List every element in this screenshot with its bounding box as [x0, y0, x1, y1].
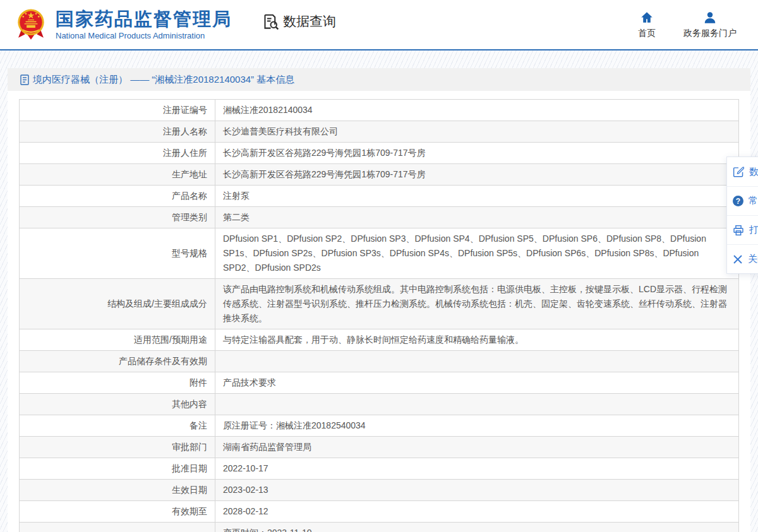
close-icon	[733, 254, 743, 264]
tool-close[interactable]: 关闭	[727, 244, 758, 273]
tool-label: 常见	[749, 195, 758, 207]
row-label: 生效日期	[20, 480, 215, 501]
row-value: 变更时间：2023-11-10	[215, 523, 739, 532]
row-label: 结构及组成/主要组成成分	[20, 279, 215, 329]
info-table: 注册证编号湘械注准20182140034 注册人名称长沙迪普美医疗科技有限公司 …	[19, 99, 739, 532]
table-row: 注册证编号湘械注准20182140034	[20, 100, 739, 121]
row-label: 产品名称	[20, 186, 215, 207]
table-row: 结构及组成/主要组成成分该产品由电路控制系统和机械传动系统组成。其中电路控制系统…	[20, 279, 739, 329]
row-label: 变更情况	[20, 523, 215, 532]
row-value: 第二类	[215, 207, 739, 228]
tool-label: 打印	[749, 224, 758, 236]
row-value: DPfusion SP1、DPfusion SP2、DPfusion SP3、D…	[215, 228, 739, 279]
tool-label: 关闭	[748, 253, 758, 265]
table-row: 变更情况变更时间：2023-11-10	[20, 523, 739, 532]
home-icon	[640, 11, 654, 25]
row-value: 湖南省药品监督管理局	[215, 437, 739, 458]
tool-faq[interactable]: ? 常见	[727, 186, 758, 215]
content-panel: 境内医疗器械（注册） —— “湘械注准20182140034” 基本信息 注册证…	[8, 68, 750, 532]
table-row: 生效日期2023-02-13	[20, 480, 739, 501]
row-label: 备注	[20, 415, 215, 437]
nav-portal-label: 政务服务门户	[683, 28, 737, 39]
row-label: 注册人住所	[20, 143, 215, 164]
row-value: 2022-10-17	[215, 458, 739, 480]
row-label: 注册证编号	[20, 100, 215, 121]
data-query-label: 数据查询	[283, 13, 336, 30]
question-icon: ?	[733, 196, 743, 206]
header-nav: 首页 政务服务门户	[638, 11, 737, 39]
table-row: 批准日期2022-10-17	[20, 458, 739, 480]
national-emblem-icon	[16, 8, 45, 42]
row-label: 适用范围/预期用途	[20, 329, 215, 351]
document-icon	[20, 74, 29, 85]
row-value: 湘械注准20182140034	[215, 100, 739, 121]
row-label: 产品储存条件及有效期	[20, 351, 215, 372]
row-label: 注册人名称	[20, 121, 215, 143]
row-label: 批准日期	[20, 458, 215, 480]
row-value: 2023-02-13	[215, 480, 739, 501]
print-icon	[733, 225, 744, 236]
row-label: 管理类别	[20, 207, 215, 228]
table-row: 适用范围/预期用途与特定注输器具配套，用于动、静脉长时间恒定给药速度和精确给药量…	[20, 329, 739, 351]
row-value: 与特定注输器具配套，用于动、静脉长时间恒定给药速度和精确给药量输液。	[215, 329, 739, 351]
table-row: 管理类别第二类	[20, 207, 739, 228]
edit-icon	[733, 166, 744, 177]
row-label: 审批部门	[20, 437, 215, 458]
site-header: 国家药品监督管理局 National Medical Products Admi…	[0, 0, 758, 50]
table-row: 注册人住所长沙高新开发区谷苑路229号海凭园1栋709-717号房	[20, 143, 739, 164]
row-value	[215, 394, 739, 415]
row-label: 型号规格	[20, 228, 215, 279]
table-row: 审批部门湖南省药品监督管理局	[20, 437, 739, 458]
data-query-link[interactable]: 数据查询	[262, 13, 336, 30]
table-row: 其他内容	[20, 394, 739, 415]
nav-home-label: 首页	[638, 28, 656, 39]
table-row: 生产地址长沙高新开发区谷苑路229号海凭园1栋709-717号房	[20, 164, 739, 186]
row-value: 产品技术要求	[215, 372, 739, 394]
row-label: 其他内容	[20, 394, 215, 415]
brand-logo: 国家药品监督管理局 National Medical Products Admi…	[16, 8, 232, 42]
page-title: 境内医疗器械（注册） —— “湘械注准20182140034” 基本信息	[33, 74, 294, 86]
nav-home[interactable]: 首页	[638, 11, 656, 39]
table-row: 产品名称注射泵	[20, 186, 739, 207]
row-label: 有效期至	[20, 501, 215, 523]
row-value	[215, 351, 739, 372]
row-value: 原注册证号：湘械注准20182540034	[215, 415, 739, 437]
org-title: 国家药品监督管理局	[56, 9, 232, 29]
table-row: 注册人名称长沙迪普美医疗科技有限公司	[20, 121, 739, 143]
tool-label: 数据	[749, 166, 758, 178]
row-value: 长沙高新开发区谷苑路229号海凭园1栋709-717号房	[215, 143, 739, 164]
data-query-icon	[262, 13, 279, 30]
floating-toolbar: 数据 ? 常见 打印 关闭	[726, 157, 758, 274]
table-row: 有效期至2028-02-12	[20, 501, 739, 523]
row-value: 2028-02-12	[215, 501, 739, 523]
nav-portal[interactable]: 政务服务门户	[683, 11, 737, 39]
table-row: 备注原注册证号：湘械注准20182540034	[20, 415, 739, 437]
row-value: 长沙高新开发区谷苑路229号海凭园1栋709-717号房	[215, 164, 739, 186]
row-value: 长沙迪普美医疗科技有限公司	[215, 121, 739, 143]
tool-print[interactable]: 打印	[727, 215, 758, 244]
row-value: 该产品由电路控制系统和机械传动系统组成。其中电路控制系统包括：电源供电板、主控板…	[215, 279, 739, 329]
table-row: 附件产品技术要求	[20, 372, 739, 394]
row-label: 附件	[20, 372, 215, 394]
breadcrumb: 境内医疗器械（注册） —— “湘械注准20182140034” 基本信息	[8, 68, 750, 91]
table-row: 型号规格DPfusion SP1、DPfusion SP2、DPfusion S…	[20, 228, 739, 279]
tool-data-correction[interactable]: 数据	[727, 157, 758, 186]
row-label: 生产地址	[20, 164, 215, 186]
row-value: 注射泵	[215, 186, 739, 207]
user-icon	[703, 11, 717, 25]
table-row: 产品储存条件及有效期	[20, 351, 739, 372]
org-subtitle: National Medical Products Administration	[56, 31, 232, 40]
